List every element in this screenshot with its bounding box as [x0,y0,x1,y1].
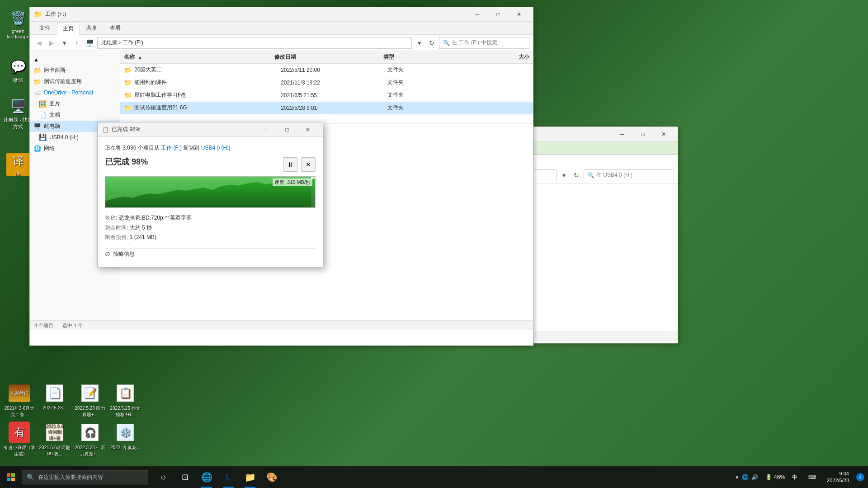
col-header-size[interactable]: 大小 [457,53,529,61]
sidebar-item-testspeed[interactable]: 📁 测试传输速度用 [30,76,120,87]
col-date-text: 修改日期 [274,54,296,60]
copy-pause-btn[interactable]: ⏸ [283,157,297,172]
copy-action-btns: ⏸ ✕ [283,157,316,172]
desktop-bottom-icons: 凤凰岭门 2021年3-6月大英二备... 📄 2022.5.28... 📝 2… [0,379,167,461]
desktop-icon-translate[interactable]: 译 pe [6,153,30,176]
sort-arrow: ▲ [138,55,142,60]
file-row0-name: 20级大英二 [134,66,281,74]
wechat-label: 微信 [13,77,23,84]
file-row-1[interactable]: 📁 能用到的课件 2021/11/3 19:22 文件夹 [120,76,533,89]
copy-details: 名称: 恐龙当家.BD.720p.中英双字幕 剩余时间: 大约 5 秒 剩余项目… [105,213,316,243]
explorer-right-maximize[interactable]: □ [632,127,653,141]
copy-more-toggle[interactable]: ⊙ 简略信息 [105,248,316,260]
battery-area[interactable]: 🔋 46% [765,474,785,480]
desktop-icon-2022doc[interactable]: 2021.6.6诗词翻译+夜 2021.6.6诗词翻译+夜... [39,422,71,457]
taskbar-cortana[interactable]: ○ [153,466,174,488]
taskbar-apps: ○ ⊡ 🌐 L 📁 🎨 [153,466,282,488]
doc3-icon: 📋 [114,382,136,404]
taskbar-taskview[interactable]: ⊡ [175,466,195,488]
app4-label: 有道小班课（学生端) [4,445,35,457]
sidebar-item-docs[interactable]: 📄 文档 [30,109,120,121]
copy-time-row: 剩余时间: 大约 5 秒 [105,223,316,233]
explorer-taskbar-icon: 📁 [245,472,256,483]
explorer-right-controls: ─ □ ✕ [612,127,674,141]
file-row3-name: 测试传输速度用21.6G [134,104,281,112]
copy-dialog-close[interactable]: ✕ [297,122,318,137]
explorer-left-minimize[interactable]: ─ [467,7,488,22]
ime-tray[interactable]: 中 [788,474,801,481]
copy-cancel-btn[interactable]: ✕ [301,157,316,172]
col-header-type[interactable]: 类型 [383,53,456,61]
svg-rect-2 [11,473,15,477]
explorer-left-search[interactable]: 🔍 在 工作 (F:) 中搜索 [439,37,529,49]
r-nav-refresh[interactable]: ↻ [571,170,582,181]
ribbon-tab-view[interactable]: 查看 [104,22,127,34]
onedrive-icon: ☁️ [33,89,41,96]
nav-up[interactable]: ↑ [71,38,82,48]
notification-badge[interactable]: 4 [856,473,864,481]
nav-refresh[interactable]: ↻ [426,38,437,48]
explorer-left-addressbar: ◀ ▶ ▾ ↑ 🖥️ 此电脑 › 工作 (F:) ▾ ↻ 🔍 在 工作 (F:)… [30,35,533,51]
taskbar-explorer[interactable]: 📁 [240,466,260,488]
explorer-right-minimize[interactable]: ─ [612,127,632,141]
listen-label: 2022.3.28～ 听力真题+... [74,445,106,457]
sidebar-item-akaxis[interactable]: 📁 阿卡西斯 [30,65,120,76]
desktop-icon-doc1[interactable]: 📄 2022.5.28... [39,382,71,418]
app4-icon: 有 [9,422,30,443]
nav-collapse-arrow[interactable]: ▾ [414,38,425,48]
nav-forward: ▶ [46,38,57,48]
file-row1-date: 2021/11/3 19:22 [281,80,387,86]
tray-network-icon: 🌐 [742,474,749,480]
copy-dialog-minimize[interactable]: ─ [256,122,277,137]
keyboard-tray[interactable]: ⌨ [805,474,820,480]
taskbar-search-box[interactable]: 🔍 在这里输入你要搜索的内容 [22,470,148,484]
ribbon-tab-file[interactable]: 文件 [33,22,56,34]
nav-dropdown[interactable]: ▾ [59,38,70,48]
progress-container: 速度: 316 MB/秒 [105,176,316,208]
desktop-icon-app4[interactable]: 有 有道小班课（学生端) [4,422,35,457]
taskbar-app-blue[interactable]: L [218,466,239,488]
desktop-icon-winter[interactable]: ❄️ 2022. 冬奥花... [109,422,141,457]
explorer-left-maximize[interactable]: □ [488,7,509,22]
taskbar-edge[interactable]: 🌐 [196,466,217,488]
copy-dialog-maximize[interactable]: □ [277,122,297,137]
explorer-right-close[interactable]: ✕ [653,127,674,141]
ribbon-tab-home[interactable]: 主页 [57,23,80,35]
progress-speed-text: 速度: 316 MB/秒 [273,178,312,186]
edge-icon: 🌐 [201,472,212,483]
sidebar-scroll-up[interactable]: ▲ [30,55,120,65]
ribbon-tab-share[interactable]: 共享 [80,22,103,34]
file-row-0[interactable]: 📁 20级大英二 2022/5/11 20:00 文件夹 [120,64,533,76]
file-row-2[interactable]: 📁 原红电脑工作学习F盘 2021/6/5 21:55 文件夹 [120,89,533,102]
time-display[interactable]: 9:04 2022/5/28 [823,470,853,484]
phoenix-icon: 凤凰岭门 [9,382,30,404]
address-path-display[interactable]: 此电脑 › 工作 (F:) [97,37,412,49]
folder-icon-2: 📁 [33,78,41,85]
taskbar-paint[interactable]: 🎨 [261,466,282,488]
taskbar-tray-area[interactable]: ∧ 🌐 🔊 [731,474,762,480]
desktop-icon-phoenix[interactable]: 凤凰岭门 2021年3-6月大英二备... [4,382,35,418]
r-nav-collapse[interactable]: ▾ [558,170,569,181]
copy-dest-link[interactable]: USB4.0 (H:) [201,145,231,151]
sidebar-usb-label: USB4.0 (H:) [49,134,79,141]
pictures-icon: 🖼️ [39,100,47,108]
explorer-right-search[interactable]: 🔍 在 USB4.0 (H:) [584,169,674,181]
copy-more-icon: ⊙ [105,250,110,258]
copy-middle: 复制到 [183,145,201,151]
sidebar-item-pictures[interactable]: 🖼️ 图片 [30,98,120,109]
desktop-icon-listen[interactable]: 🎧 2022.3.28～ 听力真题+... [74,422,106,457]
desktop-icon-doc2[interactable]: 📝 2022.5.28 听力真题+... [74,382,106,418]
copy-source-link[interactable]: 工作 (F:) [161,145,182,151]
desktop-icon-doc3[interactable]: 📋 2022.5.25 作文模板4+i... [109,382,141,418]
copy-filename-row: 名称: 恐龙当家.BD.720p.中英双字幕 [105,213,316,223]
col-header-name[interactable]: 名称 ▲ [124,53,274,61]
col-header-date[interactable]: 修改日期 [274,53,384,61]
col-size-text: 大小 [519,54,529,60]
explorer-left-close[interactable]: ✕ [509,7,529,22]
file-row-3[interactable]: 📁 测试传输速度用21.6G 2022/5/28 9:01 文件夹 [120,102,533,114]
svg-rect-1 [7,473,10,477]
start-button[interactable] [0,466,22,488]
r-search-placeholder: 在 USB4.0 (H:) [596,171,632,179]
copy-items-row: 剩余项目: 1 (241 MB) [105,233,316,243]
sidebar-item-onedrive[interactable]: ☁️ OneDrive - Personal [30,87,120,98]
